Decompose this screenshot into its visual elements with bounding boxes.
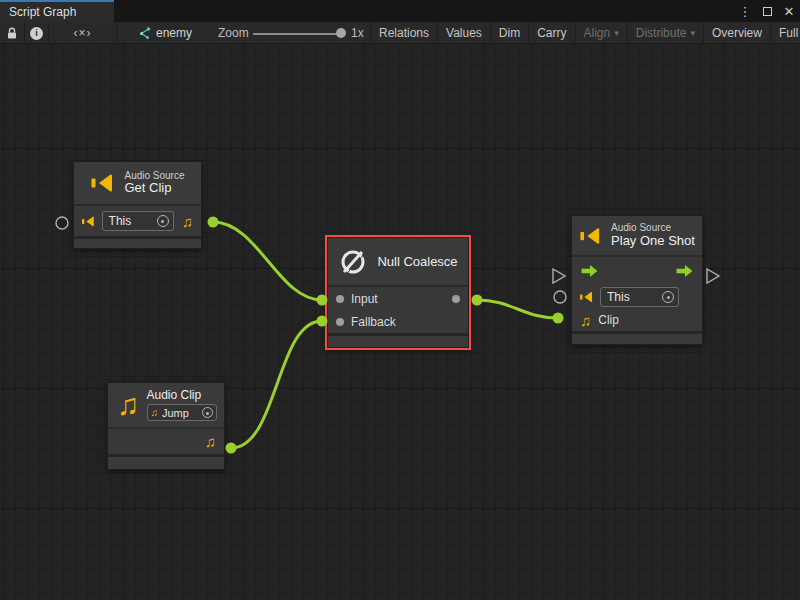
node-header: Null Coalesce bbox=[328, 238, 468, 287]
node-title: Play One Shot bbox=[611, 234, 695, 249]
full-screen-button[interactable]: Full Screen bbox=[770, 22, 800, 44]
node-audio-clip[interactable]: ♫ Audio Clip ♫ Jump ♫ bbox=[107, 382, 225, 470]
audio-source-icon bbox=[82, 214, 95, 229]
lock-button[interactable] bbox=[0, 22, 25, 44]
this-field[interactable]: This bbox=[600, 287, 679, 307]
code-icon: ‹×› bbox=[74, 26, 92, 40]
audio-clip-field[interactable]: ♫ Jump bbox=[147, 404, 217, 421]
this-field-value: This bbox=[109, 214, 153, 228]
overview-button[interactable]: Overview bbox=[703, 22, 770, 44]
music-note-icon: ♫ bbox=[580, 313, 591, 328]
window-controls: ⋮ ✕ bbox=[738, 0, 796, 22]
values-button[interactable]: Values bbox=[437, 22, 490, 44]
zoom-value: 1x bbox=[351, 22, 364, 44]
node-header: ♫ Audio Clip ♫ Jump bbox=[108, 383, 224, 429]
object-picker-icon[interactable] bbox=[157, 215, 169, 227]
audio-clip-output-icon: ♫ bbox=[182, 214, 193, 229]
node-play-one-shot[interactable]: Audio Source Play One Shot This ♫ Clip bbox=[571, 215, 703, 345]
info-icon: i bbox=[30, 27, 43, 40]
result-port[interactable] bbox=[452, 295, 460, 303]
graph-icon bbox=[138, 27, 151, 40]
music-note-icon: ♫ bbox=[151, 408, 159, 418]
this-field[interactable]: This bbox=[102, 211, 174, 231]
chevron-down-icon: ▾ bbox=[690, 28, 695, 38]
zoom-slider-knob[interactable] bbox=[336, 28, 346, 38]
titlebar: Script Graph ⋮ ✕ bbox=[0, 0, 800, 22]
this-field-value: This bbox=[607, 290, 658, 304]
align-button[interactable]: Align ▾ bbox=[575, 22, 627, 44]
port-row-clip: ♫ Clip bbox=[572, 309, 702, 331]
input-port-label: Input bbox=[351, 292, 378, 306]
node-footer bbox=[572, 334, 702, 344]
node-footer bbox=[328, 336, 468, 347]
node-title: Audio Clip bbox=[147, 389, 217, 403]
toolbar-buttons: Relations Values Dim Carry Align ▾ Distr… bbox=[370, 22, 800, 44]
node-null-coalesce[interactable]: Null Coalesce Input Fallback bbox=[327, 237, 469, 348]
node-title: Get Clip bbox=[124, 181, 184, 196]
clip-port-label: Clip bbox=[598, 313, 619, 327]
toolbar: i ‹×› enemy Zoom 1x Relations Values Dim… bbox=[0, 22, 800, 44]
code-view-button[interactable]: ‹×› bbox=[49, 22, 117, 44]
flow-in-arrow-icon[interactable] bbox=[580, 264, 599, 278]
inspect-button[interactable]: i bbox=[25, 22, 49, 44]
flow-row bbox=[572, 257, 702, 285]
node-header: Audio Source Play One Shot bbox=[572, 216, 702, 257]
dim-button[interactable]: Dim bbox=[490, 22, 528, 44]
node-header: Audio Source Get Clip bbox=[74, 162, 201, 206]
flow-out-arrow-icon[interactable] bbox=[675, 264, 694, 278]
chevron-down-icon: ▾ bbox=[614, 28, 619, 38]
lock-icon bbox=[6, 27, 18, 40]
distribute-button[interactable]: Distribute ▾ bbox=[627, 22, 703, 44]
audio-source-icon bbox=[90, 171, 115, 195]
menu-icon[interactable]: ⋮ bbox=[738, 5, 752, 18]
audio-source-icon bbox=[579, 225, 602, 247]
audio-clip-output-icon: ♫ bbox=[205, 434, 216, 449]
graph-breadcrumb[interactable]: enemy bbox=[138, 22, 192, 44]
zoom-slider[interactable] bbox=[253, 33, 343, 35]
relations-button[interactable]: Relations bbox=[370, 22, 437, 44]
port-row-fallback: Fallback bbox=[328, 310, 468, 333]
maximize-icon[interactable] bbox=[760, 5, 774, 18]
zoom-label: Zoom bbox=[218, 22, 249, 44]
object-picker-icon[interactable] bbox=[662, 291, 674, 303]
audio-clip-icon: ♫ bbox=[117, 390, 140, 420]
tab-script-graph[interactable]: Script Graph bbox=[0, 0, 114, 22]
port-row-input: Input bbox=[328, 287, 468, 310]
object-picker-icon[interactable] bbox=[202, 407, 213, 418]
input-port[interactable] bbox=[336, 295, 344, 303]
tab-label: Script Graph bbox=[9, 5, 76, 19]
port-row-this: This ♫ bbox=[74, 206, 201, 236]
node-footer bbox=[108, 457, 224, 469]
null-coalesce-icon bbox=[338, 247, 368, 277]
node-footer bbox=[74, 239, 201, 248]
port-row-this: This bbox=[572, 285, 702, 309]
node-get-clip[interactable]: Audio Source Get Clip This ♫ bbox=[73, 161, 202, 249]
close-icon[interactable]: ✕ bbox=[782, 5, 796, 18]
node-title: Null Coalesce bbox=[377, 254, 457, 269]
audio-clip-field-value: Jump bbox=[162, 407, 198, 420]
carry-button[interactable]: Carry bbox=[528, 22, 574, 44]
port-row-output: ♫ bbox=[108, 429, 224, 454]
fallback-port[interactable] bbox=[336, 318, 344, 326]
audio-source-icon bbox=[580, 290, 593, 304]
fallback-port-label: Fallback bbox=[351, 315, 396, 329]
graph-name: enemy bbox=[156, 26, 192, 40]
